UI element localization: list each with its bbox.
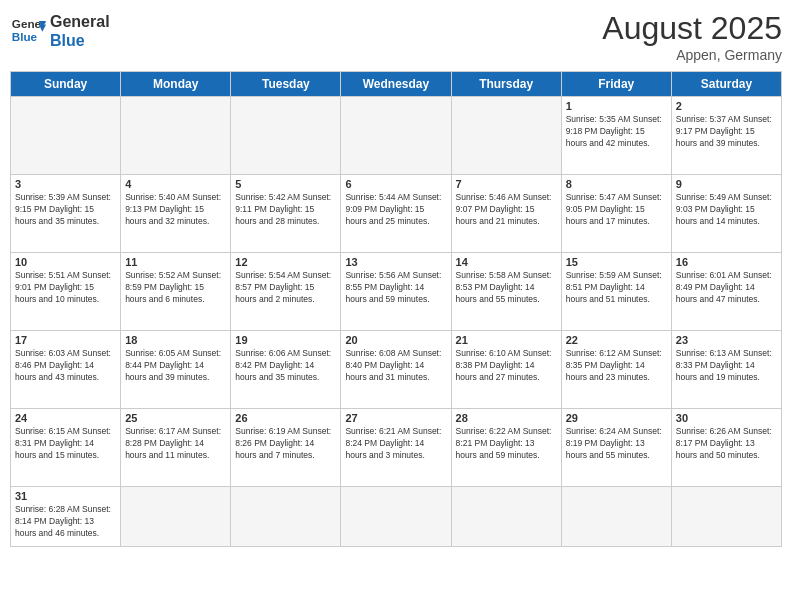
day-info: Sunrise: 5:40 AM Sunset: 9:13 PM Dayligh… [125, 192, 226, 228]
calendar-cell [231, 97, 341, 175]
day-number: 15 [566, 256, 667, 268]
day-number: 4 [125, 178, 226, 190]
logo-blue: Blue [50, 31, 110, 50]
day-number: 30 [676, 412, 777, 424]
day-number: 26 [235, 412, 336, 424]
calendar-cell: 20Sunrise: 6:08 AM Sunset: 8:40 PM Dayli… [341, 331, 451, 409]
calendar-cell: 14Sunrise: 5:58 AM Sunset: 8:53 PM Dayli… [451, 253, 561, 331]
calendar-cell [121, 487, 231, 547]
day-number: 6 [345, 178, 446, 190]
day-info: Sunrise: 6:10 AM Sunset: 8:38 PM Dayligh… [456, 348, 557, 384]
title-block: August 2025 Appen, Germany [602, 10, 782, 63]
day-info: Sunrise: 6:06 AM Sunset: 8:42 PM Dayligh… [235, 348, 336, 384]
day-info: Sunrise: 6:22 AM Sunset: 8:21 PM Dayligh… [456, 426, 557, 462]
day-number: 1 [566, 100, 667, 112]
day-info: Sunrise: 6:01 AM Sunset: 8:49 PM Dayligh… [676, 270, 777, 306]
month-title: August 2025 [602, 10, 782, 47]
day-info: Sunrise: 6:08 AM Sunset: 8:40 PM Dayligh… [345, 348, 446, 384]
day-number: 9 [676, 178, 777, 190]
day-number: 23 [676, 334, 777, 346]
day-number: 14 [456, 256, 557, 268]
calendar-cell: 23Sunrise: 6:13 AM Sunset: 8:33 PM Dayli… [671, 331, 781, 409]
day-number: 2 [676, 100, 777, 112]
calendar-cell: 26Sunrise: 6:19 AM Sunset: 8:26 PM Dayli… [231, 409, 341, 487]
day-info: Sunrise: 5:37 AM Sunset: 9:17 PM Dayligh… [676, 114, 777, 150]
calendar-cell: 27Sunrise: 6:21 AM Sunset: 8:24 PM Dayli… [341, 409, 451, 487]
calendar-cell: 6Sunrise: 5:44 AM Sunset: 9:09 PM Daylig… [341, 175, 451, 253]
logo-general: General [50, 12, 110, 31]
calendar-cell: 7Sunrise: 5:46 AM Sunset: 9:07 PM Daylig… [451, 175, 561, 253]
calendar-cell [341, 97, 451, 175]
col-tuesday: Tuesday [231, 72, 341, 97]
location: Appen, Germany [602, 47, 782, 63]
col-sunday: Sunday [11, 72, 121, 97]
day-info: Sunrise: 5:56 AM Sunset: 8:55 PM Dayligh… [345, 270, 446, 306]
day-number: 31 [15, 490, 116, 502]
day-info: Sunrise: 6:19 AM Sunset: 8:26 PM Dayligh… [235, 426, 336, 462]
day-info: Sunrise: 6:26 AM Sunset: 8:17 PM Dayligh… [676, 426, 777, 462]
calendar-cell: 11Sunrise: 5:52 AM Sunset: 8:59 PM Dayli… [121, 253, 231, 331]
day-info: Sunrise: 6:12 AM Sunset: 8:35 PM Dayligh… [566, 348, 667, 384]
day-info: Sunrise: 6:15 AM Sunset: 8:31 PM Dayligh… [15, 426, 116, 462]
day-info: Sunrise: 6:28 AM Sunset: 8:14 PM Dayligh… [15, 504, 116, 540]
day-number: 21 [456, 334, 557, 346]
day-number: 22 [566, 334, 667, 346]
calendar: Sunday Monday Tuesday Wednesday Thursday… [10, 71, 782, 547]
calendar-cell [561, 487, 671, 547]
day-number: 10 [15, 256, 116, 268]
logo: General Blue General Blue [10, 10, 110, 50]
calendar-cell: 28Sunrise: 6:22 AM Sunset: 8:21 PM Dayli… [451, 409, 561, 487]
day-number: 5 [235, 178, 336, 190]
calendar-cell [451, 97, 561, 175]
day-number: 16 [676, 256, 777, 268]
calendar-cell: 22Sunrise: 6:12 AM Sunset: 8:35 PM Dayli… [561, 331, 671, 409]
day-number: 17 [15, 334, 116, 346]
day-number: 28 [456, 412, 557, 424]
calendar-cell: 30Sunrise: 6:26 AM Sunset: 8:17 PM Dayli… [671, 409, 781, 487]
col-saturday: Saturday [671, 72, 781, 97]
calendar-cell: 16Sunrise: 6:01 AM Sunset: 8:49 PM Dayli… [671, 253, 781, 331]
col-thursday: Thursday [451, 72, 561, 97]
day-info: Sunrise: 5:59 AM Sunset: 8:51 PM Dayligh… [566, 270, 667, 306]
calendar-cell [451, 487, 561, 547]
day-number: 19 [235, 334, 336, 346]
day-info: Sunrise: 5:44 AM Sunset: 9:09 PM Dayligh… [345, 192, 446, 228]
day-info: Sunrise: 6:05 AM Sunset: 8:44 PM Dayligh… [125, 348, 226, 384]
day-info: Sunrise: 5:54 AM Sunset: 8:57 PM Dayligh… [235, 270, 336, 306]
calendar-cell: 3Sunrise: 5:39 AM Sunset: 9:15 PM Daylig… [11, 175, 121, 253]
calendar-cell [671, 487, 781, 547]
day-info: Sunrise: 5:58 AM Sunset: 8:53 PM Dayligh… [456, 270, 557, 306]
col-friday: Friday [561, 72, 671, 97]
calendar-cell: 19Sunrise: 6:06 AM Sunset: 8:42 PM Dayli… [231, 331, 341, 409]
day-info: Sunrise: 5:51 AM Sunset: 9:01 PM Dayligh… [15, 270, 116, 306]
calendar-cell: 17Sunrise: 6:03 AM Sunset: 8:46 PM Dayli… [11, 331, 121, 409]
calendar-cell: 24Sunrise: 6:15 AM Sunset: 8:31 PM Dayli… [11, 409, 121, 487]
day-info: Sunrise: 5:49 AM Sunset: 9:03 PM Dayligh… [676, 192, 777, 228]
svg-text:Blue: Blue [12, 30, 38, 43]
calendar-cell: 25Sunrise: 6:17 AM Sunset: 8:28 PM Dayli… [121, 409, 231, 487]
calendar-cell: 13Sunrise: 5:56 AM Sunset: 8:55 PM Dayli… [341, 253, 451, 331]
day-number: 12 [235, 256, 336, 268]
logo-icon: General Blue [10, 12, 46, 48]
col-monday: Monday [121, 72, 231, 97]
calendar-cell: 21Sunrise: 6:10 AM Sunset: 8:38 PM Dayli… [451, 331, 561, 409]
day-number: 7 [456, 178, 557, 190]
day-number: 18 [125, 334, 226, 346]
day-info: Sunrise: 5:39 AM Sunset: 9:15 PM Dayligh… [15, 192, 116, 228]
day-info: Sunrise: 6:21 AM Sunset: 8:24 PM Dayligh… [345, 426, 446, 462]
day-number: 27 [345, 412, 446, 424]
page-header: General Blue General Blue August 2025 Ap… [10, 10, 782, 63]
calendar-cell: 8Sunrise: 5:47 AM Sunset: 9:05 PM Daylig… [561, 175, 671, 253]
calendar-cell: 9Sunrise: 5:49 AM Sunset: 9:03 PM Daylig… [671, 175, 781, 253]
day-number: 3 [15, 178, 116, 190]
calendar-cell: 18Sunrise: 6:05 AM Sunset: 8:44 PM Dayli… [121, 331, 231, 409]
calendar-cell: 29Sunrise: 6:24 AM Sunset: 8:19 PM Dayli… [561, 409, 671, 487]
calendar-cell: 1Sunrise: 5:35 AM Sunset: 9:18 PM Daylig… [561, 97, 671, 175]
day-number: 13 [345, 256, 446, 268]
calendar-cell [121, 97, 231, 175]
day-number: 24 [15, 412, 116, 424]
day-info: Sunrise: 6:17 AM Sunset: 8:28 PM Dayligh… [125, 426, 226, 462]
day-number: 29 [566, 412, 667, 424]
day-info: Sunrise: 5:42 AM Sunset: 9:11 PM Dayligh… [235, 192, 336, 228]
calendar-cell: 15Sunrise: 5:59 AM Sunset: 8:51 PM Dayli… [561, 253, 671, 331]
